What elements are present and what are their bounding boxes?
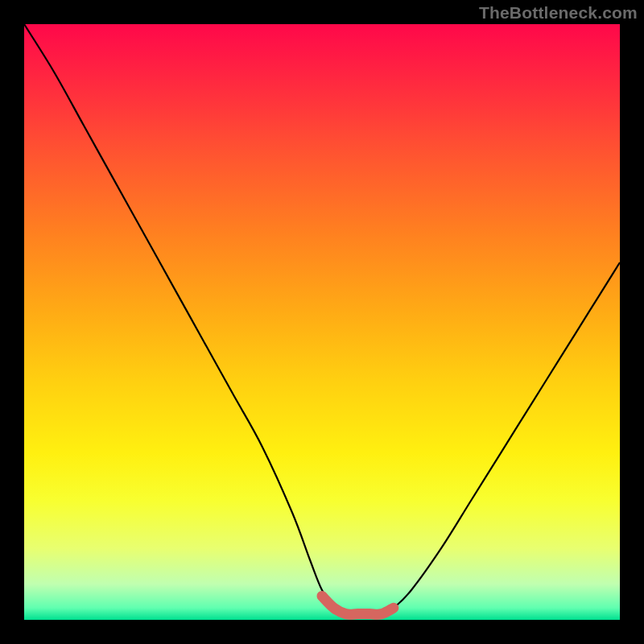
watermark-text: TheBottleneck.com: [479, 3, 638, 23]
chart-container: TheBottleneck.com: [0, 0, 644, 644]
bottom-highlight: [322, 596, 394, 614]
plot-area: [24, 24, 620, 620]
bottleneck-curve: [24, 24, 620, 614]
curve-svg: [24, 24, 620, 620]
